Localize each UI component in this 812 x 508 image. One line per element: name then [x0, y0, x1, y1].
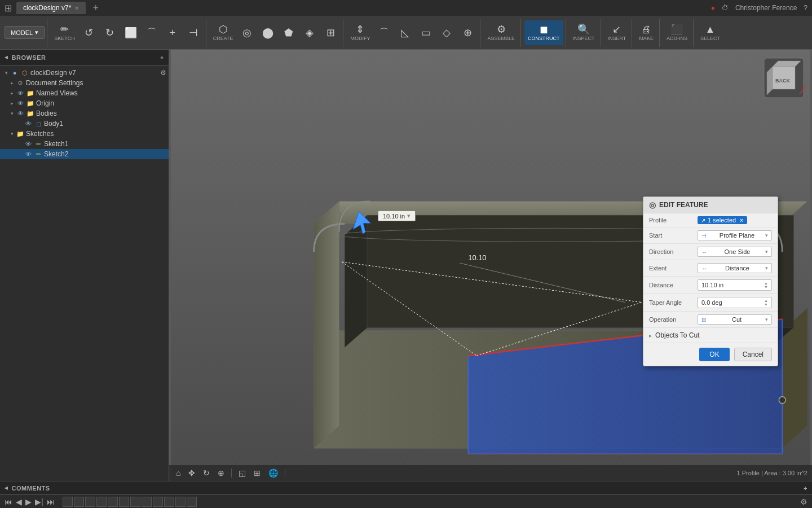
bodies-arrow[interactable]: ▾ — [8, 111, 16, 116]
root-arrow[interactable]: ▾ — [2, 70, 10, 76]
cancel-button[interactable]: Cancel — [734, 348, 772, 361]
combine-btn[interactable]: ⊕ — [457, 20, 478, 45]
user-name[interactable]: Christopher Ference — [735, 4, 797, 12]
env-btn[interactable]: 🌐 — [266, 467, 280, 479]
dimension-dropdown-icon[interactable]: ▾ — [407, 212, 411, 220]
tab-close-icon[interactable]: ✕ — [74, 5, 79, 11]
objects-to-cut-section[interactable]: ▸ Objects To Cut — [643, 328, 778, 343]
press-pull-btn[interactable]: ⇕ MODIFY — [347, 20, 373, 45]
distance-down-icon[interactable]: ▼ — [764, 285, 768, 289]
play-next-btn[interactable]: ▶| — [35, 497, 43, 506]
make-btn[interactable]: 🖨 MAKE — [636, 20, 657, 45]
revolve-btn[interactable]: ◎ — [237, 20, 257, 45]
inspect-btn[interactable]: 🔍 INSPECT — [570, 20, 598, 45]
distance-stepper[interactable]: ▲ ▼ — [764, 281, 768, 289]
addins-btn[interactable]: ⬛ ADD-INS — [663, 20, 691, 45]
draft-btn[interactable]: ◇ — [436, 20, 457, 45]
taper-down-icon[interactable]: ▼ — [764, 303, 768, 306]
comments-toggle[interactable]: ◂ — [5, 484, 8, 492]
taper-angle-stepper[interactable]: ▲ ▼ — [764, 299, 768, 306]
grid-icon[interactable]: ⊞ — [5, 3, 12, 14]
timeline-dot-5[interactable] — [108, 497, 118, 507]
pan-btn[interactable]: ✥ — [186, 467, 197, 479]
root-eye-icon[interactable]: ● — [10, 69, 19, 76]
root-settings-icon[interactable]: ⚙ — [160, 69, 166, 77]
tree-sketch1[interactable]: 👁 ✏ Sketch1 — [0, 139, 169, 149]
play-end-btn[interactable]: ⏭ — [47, 497, 55, 506]
insert-btn[interactable]: ↙ INSERT — [604, 20, 630, 45]
tree-origin[interactable]: ▸ 👁 📁 Origin — [0, 98, 169, 108]
tree-body1[interactable]: 👁 ◻ Body1 — [0, 119, 169, 129]
browser-expand-icon[interactable]: + — [160, 54, 164, 61]
view-cube[interactable]: BACK X — [761, 55, 806, 100]
home-btn[interactable]: ⌂ — [174, 467, 183, 479]
timeline-dot-10[interactable] — [164, 497, 174, 507]
assemble-btn[interactable]: ⚙ ASSEMBLE — [484, 20, 518, 45]
help-icon[interactable]: ? — [804, 4, 807, 12]
timeline-dot-12[interactable] — [187, 497, 197, 507]
operation-dropdown[interactable]: ⊟ Cut ▾ — [698, 314, 772, 325]
bodies-eye-icon[interactable]: 👁 — [16, 110, 25, 117]
comments-add-icon[interactable]: + — [804, 485, 807, 492]
sketch-btn[interactable]: ✏ SKETCH — [51, 20, 78, 45]
extent-dropdown[interactable]: ↔ Distance ▾ — [698, 263, 772, 273]
tree-sketches[interactable]: ▾ 📁 Sketches — [0, 129, 169, 139]
model-button[interactable]: MODEL ▾ — [5, 26, 45, 39]
mirror-btn[interactable]: ⊣ — [183, 20, 204, 45]
sketch1-eye-icon[interactable]: 👁 — [24, 141, 33, 147]
profile-selected-badge[interactable]: ↗ 1 selected ✕ — [698, 216, 747, 224]
timeline-settings-icon[interactable]: ⚙ — [800, 497, 807, 506]
active-tab[interactable]: clockDesign v7* ✕ — [16, 2, 86, 14]
select-btn[interactable]: ▲ SELECT — [697, 20, 723, 45]
timeline-dot-7[interactable] — [130, 497, 140, 507]
timeline-dot-6[interactable] — [119, 497, 129, 507]
sketches-arrow[interactable]: ▾ — [8, 131, 16, 137]
timeline-dot-11[interactable] — [175, 497, 186, 507]
play-beginning-btn[interactable]: ⏮ — [5, 497, 12, 506]
origin-arrow[interactable]: ▸ — [8, 100, 16, 106]
shell-modify-btn[interactable]: ▭ — [416, 20, 436, 45]
direction-dropdown[interactable]: ↔ One Side ▾ — [698, 247, 772, 257]
timeline-dot-2[interactable] — [74, 497, 84, 507]
doc-arrow[interactable]: ▸ — [8, 80, 16, 86]
browser-collapse-icon[interactable]: ◂ — [5, 54, 8, 61]
taper-up-icon[interactable]: ▲ — [764, 299, 768, 303]
sketch2-eye-icon[interactable]: 👁 — [24, 151, 33, 157]
ok-button[interactable]: OK — [699, 348, 729, 361]
pattern-btn[interactable]: ⊞ — [320, 20, 341, 45]
zoom-btn[interactable]: ⊕ — [215, 467, 227, 479]
taper-angle-input[interactable]: 0.0 deg ▲ ▼ — [698, 297, 772, 308]
grid-display-btn[interactable]: ⊞ — [251, 467, 263, 479]
named-views-arrow[interactable]: ▸ — [8, 90, 16, 96]
point-btn[interactable]: + — [162, 20, 183, 45]
tree-doc-settings[interactable]: ▸ ⚙ Document Settings — [0, 78, 169, 88]
named-views-eye-icon[interactable]: 👁 — [16, 90, 25, 97]
tree-root[interactable]: ▾ ● ⬡ clockDesign v7 ⚙ — [0, 68, 169, 78]
start-dropdown[interactable]: ⊣ Profile Plane ▾ — [698, 230, 772, 240]
chamfer-btn[interactable]: ◺ — [395, 20, 415, 45]
tree-bodies[interactable]: ▾ 👁 📁 Bodies — [0, 108, 169, 119]
undo-btn[interactable]: ↺ — [79, 20, 99, 45]
profile-clear-btn[interactable]: ✕ — [739, 217, 744, 224]
shell-btn[interactable]: ◈ — [299, 20, 320, 45]
play-prev-btn[interactable]: ◀ — [16, 497, 22, 506]
sweep-btn[interactable]: ⬤ — [258, 20, 278, 45]
construct-btn[interactable]: ◼ CONSTRUCT — [524, 20, 563, 45]
origin-eye-icon[interactable]: 👁 — [16, 100, 25, 107]
extrude-btn[interactable]: ⬡ CREATE — [210, 20, 237, 45]
display-mode-btn[interactable]: ◱ — [236, 467, 248, 479]
timeline-dot-1[interactable] — [63, 497, 73, 507]
dimension-label[interactable]: 10.10 in ▾ — [378, 211, 416, 221]
viewport[interactable]: 10.10 10.10 in ▾ BACK X ⌂ ✥ — [169, 50, 812, 481]
timeline-dot-4[interactable] — [96, 497, 107, 507]
arc-btn[interactable]: ⌒ — [142, 20, 162, 45]
loft-btn[interactable]: ⬟ — [279, 20, 299, 45]
timeline-dot-3[interactable] — [85, 497, 95, 507]
tree-named-views[interactable]: ▸ 👁 📁 Named Views — [0, 88, 169, 98]
orbit-btn[interactable]: ↻ — [201, 467, 212, 479]
redo-btn[interactable]: ↻ — [100, 20, 120, 45]
timeline-dot-9[interactable] — [153, 497, 163, 507]
tree-sketch2[interactable]: 👁 ✏ Sketch2 — [0, 149, 169, 159]
fillet-btn[interactable]: ⌒ — [374, 20, 394, 45]
play-btn[interactable]: ▶ — [25, 497, 32, 506]
